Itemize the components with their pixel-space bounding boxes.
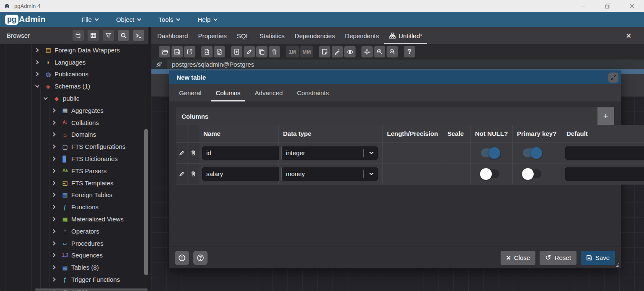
chevron-right-icon[interactable]: [52, 218, 59, 221]
edit-row-button[interactable]: [176, 164, 187, 184]
chevron-right-icon[interactable]: [35, 61, 42, 64]
tree-item-foreign-tables[interactable]: ▦ Foreign Tables: [0, 189, 148, 201]
zoom-to-fit-button[interactable]: [361, 46, 373, 57]
storage-manager-button[interactable]: [73, 30, 84, 41]
restore-button[interactable]: [595, 0, 620, 12]
chevron-down-icon[interactable]: [44, 97, 50, 100]
chevron-right-icon[interactable]: [52, 157, 59, 160]
tree-item-operators[interactable]: ± Operators: [0, 225, 148, 237]
dialog-tab-general[interactable]: General: [175, 84, 205, 101]
tree-item-trigger-functions[interactable]: ƒ Trigger Functions: [0, 273, 148, 286]
tree-horizontal-scrollbar[interactable]: [35, 288, 148, 291]
not-null-toggle[interactable]: [481, 148, 499, 157]
chevron-right-icon[interactable]: [52, 182, 59, 184]
psql-terminal-button[interactable]: [133, 30, 144, 41]
many-to-many-button[interactable]: MM: [300, 46, 313, 57]
data-type-select[interactable]: integer: [281, 146, 378, 160]
default-value-input[interactable]: [565, 146, 644, 160]
scale-cell[interactable]: [443, 164, 471, 184]
chevron-right-icon[interactable]: [52, 133, 59, 136]
filter-button[interactable]: [103, 30, 114, 41]
chevron-right-icon[interactable]: [52, 266, 59, 269]
zoom-in-button[interactable]: [374, 46, 385, 57]
dialog-tab-constraints[interactable]: Constraints: [293, 84, 333, 101]
dialog-tab-columns[interactable]: Columns: [211, 84, 244, 101]
download-image-button[interactable]: [214, 46, 225, 57]
tree-item-public[interactable]: ◆ public: [0, 92, 148, 104]
menu-help[interactable]: Help: [197, 16, 216, 23]
chevron-right-icon[interactable]: [52, 278, 59, 281]
drop-table-button[interactable]: [269, 46, 280, 57]
add-column-button[interactable]: +: [597, 107, 614, 125]
edit-table-button[interactable]: [244, 46, 255, 57]
tree-item-domains[interactable]: ⌂ Domains: [0, 129, 148, 141]
dialog-help-button[interactable]: [193, 251, 208, 265]
add-note-button[interactable]: [319, 46, 330, 57]
chevron-right-icon[interactable]: [52, 230, 59, 233]
tab-dependents[interactable]: Dependents: [340, 27, 384, 44]
tree-item-aggregates[interactable]: ▦ Aggregates: [0, 104, 148, 117]
scale-cell[interactable]: [443, 143, 471, 164]
tree-item-collations[interactable]: A↓ Collations: [0, 117, 148, 129]
generate-sql-button[interactable]: [201, 46, 213, 57]
chevron-right-icon[interactable]: [52, 121, 59, 124]
chevron-right-icon[interactable]: [52, 242, 59, 245]
tree-item-fts-configurations[interactable]: ▢ FTS Configurations: [0, 140, 148, 153]
zoom-out-button[interactable]: [387, 46, 398, 57]
chevron-right-icon[interactable]: [35, 73, 42, 75]
save-project-button[interactable]: [171, 46, 183, 57]
chevron-right-icon[interactable]: [52, 145, 59, 148]
tree-item-fts-dictionaries[interactable]: ▊ FTS Dictionaries: [0, 153, 148, 165]
save-as-button[interactable]: [184, 46, 195, 57]
length-precision-cell[interactable]: [383, 164, 443, 184]
edit-row-button[interactable]: [176, 143, 187, 164]
close-dialog-button[interactable]: ×Close: [501, 251, 535, 265]
tree-item-procedures[interactable]: ▱ Procedures: [0, 237, 148, 249]
tree-item-tables[interactable]: ▦ Tables (8): [0, 261, 148, 273]
chevron-right-icon[interactable]: [52, 254, 59, 257]
tree-item-schemas[interactable]: ◈ Schemas (1): [0, 80, 148, 92]
default-value-input[interactable]: [565, 167, 644, 181]
not-null-toggle[interactable]: [481, 169, 499, 178]
primary-key-toggle[interactable]: [523, 169, 541, 178]
menu-object[interactable]: Object: [116, 16, 140, 23]
tree-vertical-scrollbar[interactable]: [144, 129, 148, 275]
chevron-right-icon[interactable]: [52, 193, 59, 196]
tab-sql[interactable]: SQL: [232, 27, 254, 44]
length-precision-cell[interactable]: [383, 143, 443, 164]
one-to-many-button[interactable]: 1M: [286, 46, 299, 57]
chevron-right-icon[interactable]: [35, 49, 42, 52]
dialog-header[interactable]: New table: [169, 70, 621, 84]
save-button[interactable]: Save: [581, 251, 615, 265]
menu-tools[interactable]: Tools: [158, 16, 179, 23]
auto-align-wand-button[interactable]: [332, 46, 343, 57]
open-project-button[interactable]: [159, 46, 170, 57]
tab-properties[interactable]: Properties: [193, 27, 231, 44]
primary-key-toggle[interactable]: [523, 148, 541, 157]
data-type-select[interactable]: money: [281, 167, 378, 181]
close-panel-icon[interactable]: ✕: [626, 27, 631, 44]
chevron-right-icon[interactable]: [52, 205, 59, 208]
tab-untitled-erd[interactable]: Untitled*: [384, 27, 428, 44]
menu-file[interactable]: File: [82, 16, 98, 23]
chevron-down-icon[interactable]: [35, 85, 42, 88]
tree-item-foreign-data-wrappers[interactable]: ▤ Foreign Data Wrappers: [0, 44, 148, 56]
tab-statistics[interactable]: Statistics: [254, 27, 290, 44]
add-table-button[interactable]: [231, 46, 242, 57]
minimize-button[interactable]: [571, 0, 595, 12]
close-window-button[interactable]: [620, 0, 644, 12]
chevron-right-icon[interactable]: [52, 169, 59, 172]
dialog-tab-advanced[interactable]: Advanced: [251, 84, 287, 101]
tab-dependencies[interactable]: Dependencies: [290, 27, 340, 44]
tree-item-languages[interactable]: ◗ Languages: [0, 56, 148, 68]
query-tool-grid-button[interactable]: [88, 30, 99, 41]
delete-row-button[interactable]: [187, 164, 199, 184]
tree-item-materialized-views[interactable]: ▦ Materialized Views: [0, 213, 148, 225]
tree-item-sequences[interactable]: 1..3 Sequences: [0, 249, 148, 262]
sql-info-button[interactable]: [175, 251, 189, 265]
maximize-dialog-button[interactable]: [608, 73, 618, 83]
tab-dashboard[interactable]: Dashboard: [152, 27, 193, 44]
resize-grip[interactable]: [615, 263, 620, 267]
show-details-eye-button[interactable]: [344, 46, 356, 57]
tree-item-fts-parsers[interactable]: Aa FTS Parsers: [0, 165, 148, 177]
